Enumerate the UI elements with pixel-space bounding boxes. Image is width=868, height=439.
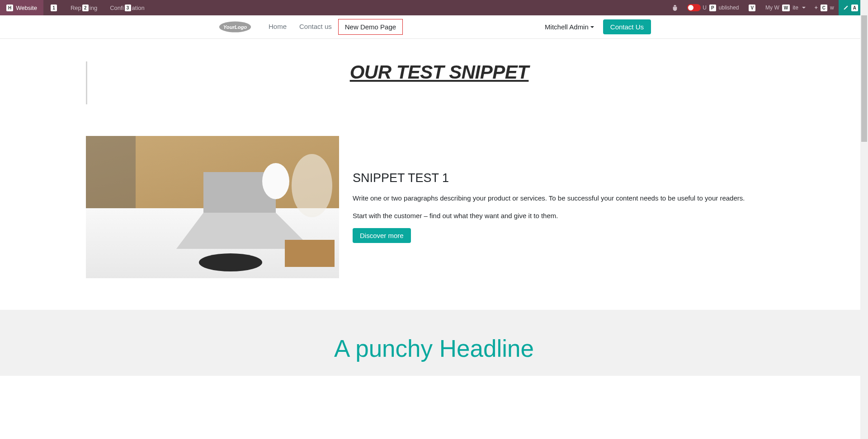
admin-tab-label-suffix: ing (90, 5, 97, 11)
key-badge: 1 (51, 5, 57, 11)
svg-point-7 (292, 154, 332, 217)
svg-point-10 (262, 163, 289, 199)
website-label-prefix: My W (765, 5, 779, 11)
chevron-down-icon (590, 26, 594, 28)
key-badge: V (749, 5, 755, 11)
admin-tab-configuration[interactable]: Confi3ation (104, 0, 151, 15)
snippet-title-section: OUR TEST SNIPPET (0, 39, 868, 122)
snippet-text: SNIPPET TEST 1 Write one or two paragrap… (353, 171, 782, 243)
admin-tab-pages[interactable]: 1 (43, 0, 64, 15)
admin-tab-website[interactable]: H Website (0, 0, 43, 15)
pencil-icon (843, 5, 849, 10)
key-badge: P (709, 5, 716, 11)
plus-icon (815, 5, 818, 11)
svg-text:YourLogo: YourLogo (223, 24, 247, 29)
chevron-down-icon (802, 7, 806, 9)
admin-tab-reporting[interactable]: Rep2ing (64, 0, 104, 15)
admin-tab-label-prefix: Rep (71, 5, 81, 11)
unpublished-label-prefix: U (703, 5, 707, 11)
new-label-suffix: w (830, 5, 834, 11)
user-name: Mitchell Admin (545, 23, 589, 31)
snippet-heading: SNIPPET TEST 1 (353, 171, 782, 185)
new-button[interactable]: Cw (810, 0, 839, 15)
header-right: Mitchell Admin Contact Us (545, 19, 651, 34)
discover-more-button[interactable]: Discover more (353, 228, 411, 243)
admin-tab-label-prefix: Confi (110, 5, 123, 11)
nav-new-demo-page[interactable]: New Demo Page (338, 19, 403, 35)
site-header: YourLogo Home Contact us New Demo Page M… (0, 15, 868, 39)
scrollbar-thumb[interactable] (861, 15, 867, 142)
key-badge: H (6, 5, 13, 11)
website-label-suffix: ite (793, 5, 798, 11)
main-content: OUR TEST SNIPPET (0, 39, 868, 376)
key-badge: A (851, 5, 858, 11)
headline-section: A punchy Headline (0, 310, 868, 376)
snippet-p2: Start with the customer – find out what … (353, 211, 782, 221)
logo[interactable]: YourLogo (217, 21, 253, 33)
user-menu[interactable]: Mitchell Admin (545, 23, 594, 31)
publish-toggle-item[interactable]: UPublished (683, 0, 743, 15)
key-badge: W (782, 5, 790, 11)
unpublished-label-suffix: ublished (719, 5, 739, 11)
snippet-p1: Write one or two paragraphs describing y… (353, 193, 782, 204)
nav-home[interactable]: Home (262, 19, 293, 35)
toggle-off-icon (687, 4, 701, 11)
admin-tab-label-suffix: ation (132, 5, 145, 11)
admin-bar-right: UPublished V My WWite Cw Ait (667, 0, 868, 15)
site-header-inner: YourLogo Home Contact us New Demo Page M… (131, 19, 737, 35)
website-selector[interactable]: My WWite (761, 0, 810, 15)
nav-contact[interactable]: Contact us (293, 19, 338, 35)
contact-us-button[interactable]: Contact Us (603, 19, 651, 34)
bug-button[interactable] (667, 0, 683, 15)
snippet-image (86, 136, 339, 278)
key-badge: 3 (125, 5, 131, 11)
key-badge: C (821, 5, 827, 11)
key-badge: 2 (82, 5, 89, 11)
svg-point-9 (199, 253, 262, 271)
nav-links: Home Contact us New Demo Page (262, 19, 403, 35)
scrollbar[interactable] (860, 0, 868, 376)
snippet-row: SNIPPET TEST 1 Write one or two paragrap… (0, 122, 868, 310)
admin-bar-left: H Website 1 Rep2ing Confi3ation (0, 0, 151, 15)
visitor-key-item[interactable]: V (743, 0, 761, 15)
svg-rect-8 (285, 240, 335, 267)
quote-block: OUR TEST SNIPPET (86, 61, 782, 104)
bug-icon (672, 5, 678, 11)
admin-bar: H Website 1 Rep2ing Confi3ation UPublish… (0, 0, 868, 15)
snippet-title: OUR TEST SNIPPET (96, 61, 782, 83)
admin-tab-label: Website (16, 5, 37, 11)
headline-title: A punchy Headline (0, 335, 868, 362)
